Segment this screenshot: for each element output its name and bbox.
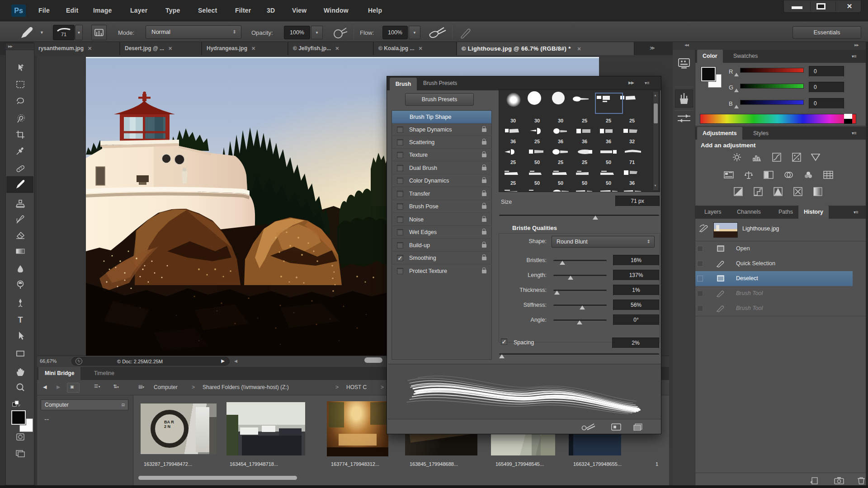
svg-text:T: T [18,315,23,324]
